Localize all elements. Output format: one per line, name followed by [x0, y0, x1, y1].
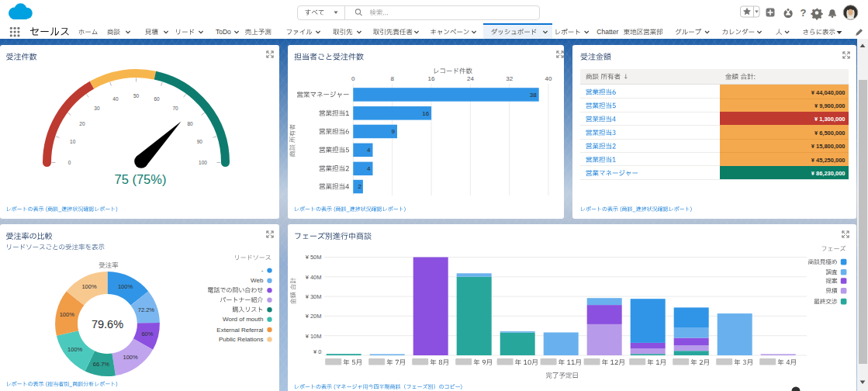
svg-text:Chatter: Chatter: [597, 28, 618, 36]
svg-text:ToDo: ToDo: [216, 28, 231, 36]
svg-text:?: ?: [801, 7, 807, 19]
